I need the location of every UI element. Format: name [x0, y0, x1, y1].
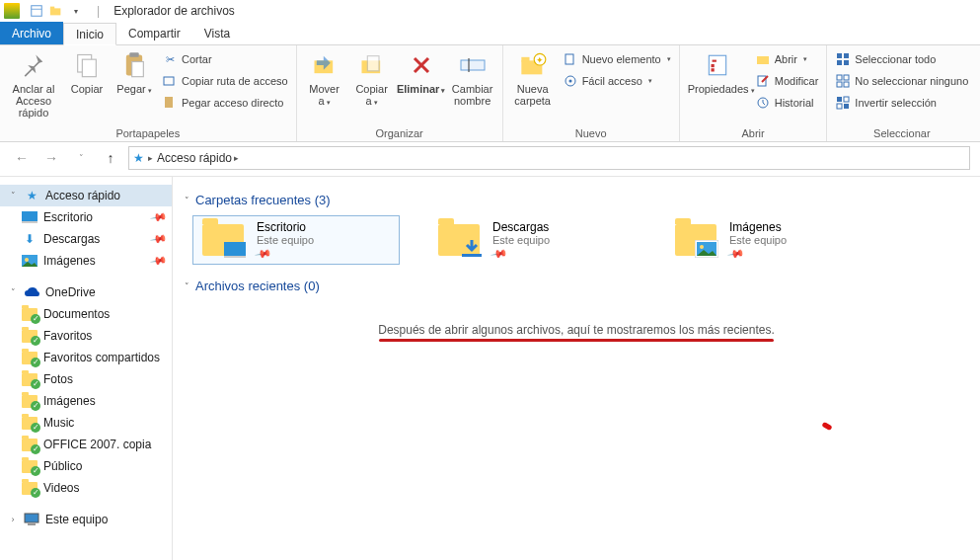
- qat-properties-icon[interactable]: [28, 2, 45, 20]
- sidebar-item-onedrive-child[interactable]: Favoritos compartidos: [0, 347, 172, 368]
- frequent-card-downloads[interactable]: DescargasEste equipo📌: [429, 215, 637, 265]
- chevron-down-icon[interactable]: ˅: [8, 287, 18, 297]
- section-frequent-header[interactable]: ˅ Carpetas frecuentes (3): [185, 189, 968, 211]
- sidebar-item-label: Imágenes: [43, 254, 96, 268]
- select-none-button[interactable]: No seleccionar ninguno: [833, 71, 970, 91]
- nav-forward-button[interactable]: →: [39, 146, 63, 170]
- delete-button[interactable]: Eliminar▾: [396, 47, 447, 99]
- sidebar-item-pictures[interactable]: Imágenes 📌: [0, 250, 172, 272]
- frequent-card-pictures[interactable]: ImágenesEste equipo📌: [666, 215, 873, 265]
- new-item-label: Nuevo elemento: [582, 53, 661, 65]
- invert-selection-button[interactable]: Invertir selección: [833, 93, 970, 113]
- sidebar-item-onedrive-child[interactable]: Público: [0, 455, 172, 477]
- annotation-underline: [379, 339, 774, 342]
- chevron-right-icon[interactable]: ▸: [234, 153, 239, 163]
- paste-button[interactable]: Pegar▾: [111, 47, 158, 99]
- svg-rect-7: [129, 52, 138, 57]
- pin-icon: 📌: [150, 252, 169, 271]
- ribbon-group-new: ✦ Nueva carpeta Nuevo elemento▾ Fácil ac…: [503, 45, 680, 141]
- svg-rect-37: [837, 75, 842, 80]
- qat-customize-icon[interactable]: ▾: [67, 2, 85, 20]
- sidebar-item-label: OFFICE 2007. copia: [43, 438, 151, 451]
- chevron-right-icon[interactable]: ›: [8, 515, 18, 524]
- section-recent-header[interactable]: ˅ Archivos recientes (0): [185, 275, 968, 297]
- cut-button[interactable]: ✂Cortar: [160, 49, 290, 69]
- paste-icon: [118, 49, 150, 81]
- quick-access-toolbar: ▾: [24, 2, 89, 20]
- svg-point-24: [568, 80, 571, 83]
- edit-icon: [755, 73, 771, 89]
- sidebar-item-quickaccess[interactable]: ˅ ★ Acceso rápido: [0, 185, 172, 206]
- nav-up-button[interactable]: ↑: [99, 146, 122, 170]
- rename-button[interactable]: Cambiar nombre: [447, 47, 498, 109]
- sidebar-item-onedrive-child[interactable]: Fotos: [0, 368, 172, 390]
- svg-rect-19: [521, 57, 529, 62]
- svg-rect-8: [132, 62, 144, 77]
- properties-label: Propiedades: [688, 83, 749, 95]
- copy-path-button[interactable]: Copiar ruta de acceso: [160, 71, 290, 91]
- sidebar-item-onedrive-child[interactable]: Music: [0, 412, 172, 434]
- tab-home[interactable]: Inicio: [63, 23, 116, 45]
- tab-file[interactable]: Archivo: [0, 22, 63, 44]
- history-button[interactable]: Historial: [753, 93, 821, 113]
- copy-button[interactable]: Copiar: [63, 47, 111, 97]
- svg-rect-28: [711, 68, 714, 71]
- chevron-right-icon[interactable]: ▸: [148, 153, 153, 163]
- breadcrumb-root[interactable]: Acceso rápido ▸: [157, 151, 239, 165]
- qat-newfolder-icon[interactable]: [47, 2, 65, 20]
- nav-back-button[interactable]: ←: [10, 146, 34, 170]
- window-title: Explorador de archivos: [108, 4, 235, 18]
- sidebar-item-onedrive-child[interactable]: Favoritos: [0, 325, 172, 347]
- sidebar-item-thispc[interactable]: › Este equipo: [0, 509, 172, 530]
- card-title: Escritorio: [257, 220, 314, 234]
- sidebar-item-onedrive-child[interactable]: OFFICE 2007. copia: [0, 434, 172, 455]
- paste-shortcut-icon: [162, 95, 178, 111]
- desktop-icon: [22, 209, 38, 225]
- sidebar-item-onedrive-child[interactable]: Videos: [0, 477, 172, 499]
- rename-label: Cambiar nombre: [449, 83, 496, 107]
- ribbon-group-open: Propiedades▾ Abrir▾ Modificar Historial …: [680, 45, 828, 141]
- sidebar-item-onedrive-child[interactable]: Imágenes: [0, 390, 172, 412]
- properties-button[interactable]: Propiedades▾: [684, 47, 751, 99]
- sidebar-item-onedrive-child[interactable]: Documentos: [0, 303, 172, 325]
- quickaccess-star-icon: ★: [133, 151, 144, 165]
- copy-label: Copiar: [71, 83, 103, 95]
- svg-rect-39: [837, 82, 842, 87]
- paste-shortcut-button[interactable]: Pegar acceso directo: [160, 93, 290, 113]
- invert-icon: [835, 95, 851, 111]
- frequent-card-desktop[interactable]: EscritorioEste equipo📌: [192, 215, 400, 265]
- sidebar-item-desktop[interactable]: Escritorio 📌: [0, 206, 172, 228]
- ribbon-tabs: Archivo Inicio Compartir Vista: [0, 22, 980, 45]
- svg-rect-51: [224, 242, 246, 256]
- open-button[interactable]: Abrir▾: [753, 49, 821, 69]
- select-none-icon: [835, 73, 851, 89]
- easy-access-button[interactable]: Fácil acceso▾: [561, 71, 673, 91]
- tab-share[interactable]: Compartir: [116, 22, 192, 44]
- group-clipboard-label: Portapapeles: [4, 125, 292, 141]
- new-folder-button[interactable]: ✦ Nueva carpeta: [507, 47, 559, 109]
- svg-rect-33: [837, 53, 842, 58]
- address-bar[interactable]: ★ ▸ Acceso rápido ▸: [128, 146, 970, 170]
- sidebar-item-onedrive[interactable]: ˅ OneDrive: [0, 281, 172, 303]
- tab-view[interactable]: Vista: [192, 22, 242, 44]
- move-to-button[interactable]: Mover a▾: [301, 47, 348, 111]
- svg-rect-53: [462, 254, 482, 257]
- invert-label: Invertir selección: [855, 97, 937, 109]
- edit-button[interactable]: Modificar: [753, 71, 821, 91]
- copy-to-button[interactable]: Copiar a▾: [348, 47, 396, 111]
- nav-bar: ← → ˅ ↑ ★ ▸ Acceso rápido ▸: [0, 142, 980, 174]
- nav-recent-dropdown[interactable]: ˅: [69, 146, 93, 170]
- card-subtitle: Este equipo: [729, 234, 787, 246]
- pin-quickaccess-button[interactable]: Anclar al Acceso rápido: [4, 47, 63, 120]
- paste-shortcut-label: Pegar acceso directo: [182, 97, 283, 109]
- sidebar-item-downloads[interactable]: ⬇ Descargas 📌: [0, 228, 172, 250]
- new-item-button[interactable]: Nuevo elemento▾: [561, 49, 673, 69]
- move-to-icon: [309, 49, 340, 81]
- folder-icon: [22, 328, 38, 344]
- chevron-down-icon[interactable]: ˅: [8, 191, 18, 200]
- new-folder-label: Nueva carpeta: [509, 83, 557, 107]
- svg-rect-44: [844, 104, 849, 109]
- folder-icon: [22, 437, 38, 452]
- pin-quickaccess-label: Anclar al Acceso rápido: [6, 83, 61, 119]
- select-all-button[interactable]: Seleccionar todo: [833, 49, 970, 69]
